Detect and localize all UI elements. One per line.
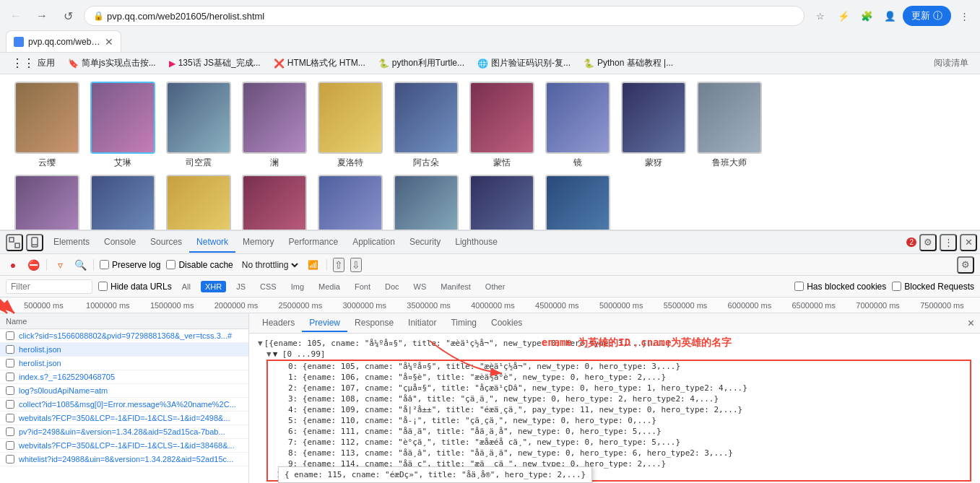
- bookmark-3[interactable]: ❌ HTML格式化 HTM...: [268, 54, 371, 72]
- hero-item-0[interactable]: 云缨: [14, 82, 79, 169]
- devtools-device-button[interactable]: [26, 234, 43, 251]
- extensions-button[interactable]: ⚡: [833, 6, 854, 26]
- json-item-3[interactable]: 3: {ename: 108, cname: "åâ", title: "çä¸…: [277, 393, 970, 404]
- filter-all-button[interactable]: All: [178, 281, 195, 292]
- filter-font-button[interactable]: Font: [350, 281, 375, 292]
- json-top-expand[interactable]: ▼: [258, 339, 263, 348]
- import-button[interactable]: ⇧: [333, 258, 344, 272]
- blocked-requests-input[interactable]: [892, 282, 901, 291]
- filter-input[interactable]: [6, 279, 92, 294]
- json-item-9[interactable]: 9: {ename: 114, cname: "åä¸ç", title: "æ…: [277, 458, 970, 469]
- disable-cache-checkbox[interactable]: Disable cache: [166, 260, 233, 270]
- has-blocked-cookies-checkbox[interactable]: Has blocked cookies: [794, 282, 886, 292]
- refresh-button[interactable]: ↺: [58, 6, 78, 26]
- address-bar[interactable]: 🔒 pvp.qq.com/web201605/herolist.shtml: [84, 6, 805, 26]
- preview-tab-timing[interactable]: Timing: [443, 315, 484, 332]
- hero-item-9[interactable]: 鲁班大师: [697, 82, 762, 169]
- bookmark-2[interactable]: ▶ 135话 JS基础_完成...: [163, 54, 266, 72]
- preview-tab-preview[interactable]: Preview: [302, 315, 347, 332]
- filter-media-button[interactable]: Media: [314, 281, 344, 292]
- bookmark-5[interactable]: 🌐 图片验证码识别-复...: [472, 54, 576, 72]
- filter-ws-button[interactable]: WS: [409, 281, 431, 292]
- hide-data-urls-checkbox[interactable]: Hide data URLs: [98, 282, 172, 292]
- active-tab[interactable]: pvp.qq.com/web201605/herolist.shtml ✕: [6, 30, 121, 52]
- bookmark-4[interactable]: 🐍 python利用Turtle...: [373, 54, 470, 72]
- tab-performance[interactable]: Performance: [281, 232, 345, 253]
- json-array-expand[interactable]: ▼: [266, 349, 272, 359]
- file-checkbox-2[interactable]: [6, 359, 14, 367]
- file-item-0[interactable]: click?sid=s1566088802&pvid=97298881368&_…: [0, 329, 248, 343]
- hero-item-r2-1[interactable]: [90, 175, 155, 230]
- bookmark-apps[interactable]: ⋮⋮ 应用: [6, 53, 61, 73]
- filter-img-button[interactable]: Img: [287, 281, 308, 292]
- has-blocked-cookies-input[interactable]: [794, 282, 804, 291]
- tab-security[interactable]: Security: [402, 232, 448, 253]
- filter-js-button[interactable]: JS: [232, 281, 250, 292]
- file-item-4[interactable]: log?s0loudApiName=atm: [0, 384, 248, 398]
- json-item-0[interactable]: 0: {ename: 105, cname: "å¼ºå¤§", title: …: [277, 361, 970, 372]
- file-checkbox-9[interactable]: [6, 455, 14, 464]
- file-checkbox-1[interactable]: [6, 345, 14, 354]
- clear-button[interactable]: ⛔: [26, 258, 40, 272]
- hero-item-r2-2[interactable]: [166, 175, 231, 230]
- file-item-2[interactable]: herolist.json: [0, 357, 248, 370]
- hide-data-urls-input[interactable]: [98, 282, 108, 291]
- file-checkbox-4[interactable]: [6, 386, 14, 395]
- tab-lighthouse[interactable]: Lighthouse: [448, 232, 505, 253]
- json-item-4[interactable]: 4: {ename: 109, cname: "å|²å±±", title: …: [277, 404, 970, 415]
- hero-item-r2-3[interactable]: [242, 175, 307, 230]
- hero-item-7[interactable]: 镜: [545, 82, 610, 169]
- json-item-8[interactable]: 8: {ename: 113, cname: "åä¸â", title: "å…: [277, 448, 970, 458]
- preview-close-button[interactable]: ×: [968, 317, 974, 330]
- json-item-2[interactable]: 2: {ename: 107, cname: "çµå¤§", title: "…: [277, 383, 970, 393]
- file-item-3[interactable]: index.s?_=1625290468705: [0, 370, 248, 384]
- json-item-7[interactable]: 7: {ename: 112, cname: "è°çä¸", title: "…: [277, 437, 970, 448]
- hero-item-1[interactable]: 艾琳: [90, 82, 155, 169]
- forward-button[interactable]: →: [32, 6, 52, 26]
- tab-memory[interactable]: Memory: [235, 232, 281, 253]
- update-button[interactable]: 更新 ⓘ: [903, 6, 951, 26]
- menu-button[interactable]: ⋮: [954, 6, 974, 26]
- blocked-requests-checkbox[interactable]: Blocked Requests: [892, 282, 974, 292]
- file-checkbox-5[interactable]: [6, 400, 14, 409]
- file-checkbox-7[interactable]: [6, 427, 14, 436]
- puzzle-button[interactable]: 🧩: [857, 6, 877, 26]
- file-item-9[interactable]: whitelist?id=24988&uin=8&version=1.34.28…: [0, 453, 248, 466]
- hero-item-r2-7[interactable]: [545, 175, 610, 230]
- tab-application[interactable]: Application: [345, 232, 402, 253]
- filter-xhr-button[interactable]: XHR: [201, 281, 226, 292]
- tab-console[interactable]: Console: [97, 232, 143, 253]
- tab-sources[interactable]: Sources: [143, 232, 189, 253]
- hero-item-8[interactable]: 蒙犽: [621, 82, 686, 169]
- filter-doc-button[interactable]: Doc: [381, 281, 404, 292]
- tab-network[interactable]: Network: [189, 232, 235, 253]
- json-item-1[interactable]: 1: {ename: 106, cname: "å¤§è", title: "æ…: [277, 372, 970, 383]
- json-item-5[interactable]: 5: {ename: 110, cname: "å-¡", title: "çä…: [277, 415, 970, 426]
- filter-toggle-button[interactable]: ▿: [53, 258, 67, 272]
- tab-elements[interactable]: Elements: [46, 232, 97, 253]
- preview-tab-headers[interactable]: Headers: [255, 315, 302, 332]
- preview-tab-initiator[interactable]: Initiator: [401, 315, 443, 332]
- file-item-5[interactable]: collect?id=1085&msg[0]=Error.message%3A%…: [0, 398, 248, 412]
- disable-cache-input[interactable]: [166, 260, 175, 269]
- file-item-1[interactable]: herolist.json: [0, 343, 248, 357]
- preserve-log-input[interactable]: [100, 260, 109, 269]
- preview-tab-response[interactable]: Response: [347, 315, 401, 332]
- devtools-inspect-button[interactable]: [6, 234, 23, 251]
- file-checkbox-0[interactable]: [6, 331, 14, 340]
- search-button[interactable]: 🔍: [73, 258, 87, 272]
- tab-close-button[interactable]: ✕: [105, 36, 113, 48]
- json-item-6[interactable]: 6: {ename: 111, cname: "åä¸ä", title: "å…: [277, 426, 970, 437]
- hero-item-r2-4[interactable]: [318, 175, 383, 230]
- preview-tab-cookies[interactable]: Cookies: [484, 315, 529, 332]
- preserve-log-checkbox[interactable]: Preserve log: [100, 260, 160, 270]
- record-button[interactable]: ●: [6, 258, 20, 272]
- bookmark-6[interactable]: 🐍 Python 基础教程 |...: [578, 54, 679, 72]
- devtools-overflow-button[interactable]: ⋮: [940, 234, 957, 251]
- filter-manifest-button[interactable]: Manifest: [436, 281, 475, 292]
- back-button[interactable]: ←: [6, 6, 26, 26]
- hero-item-r2-0[interactable]: [14, 175, 79, 230]
- hero-item-3[interactable]: 澜: [242, 82, 307, 169]
- hero-item-2[interactable]: 司空震: [166, 82, 231, 169]
- filter-css-button[interactable]: CSS: [256, 281, 281, 292]
